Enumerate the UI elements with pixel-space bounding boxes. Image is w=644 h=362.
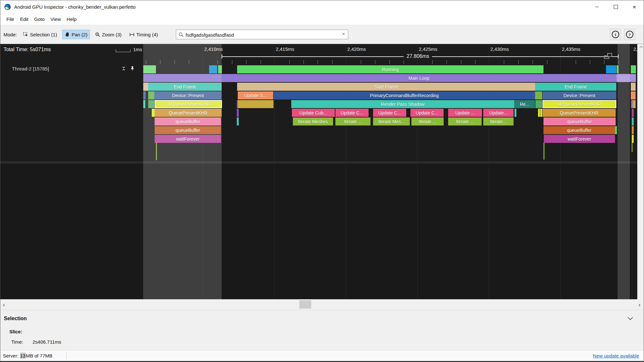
timeline-slice-sliver[interactable]	[633, 100, 636, 108]
app-window: Android GPU Inspector - chonky_bender_vu…	[0, 0, 644, 362]
window-title: Android GPU Inspector - chonky_bender_vu…	[14, 4, 136, 10]
maximize-button[interactable]	[606, 0, 625, 13]
timeline-slice[interactable]: Update Cub...	[292, 109, 335, 117]
minor-tick	[432, 60, 433, 64]
timeline-slice[interactable]: vkQueuePresentKHR	[543, 100, 616, 108]
close-button[interactable]: ×	[625, 0, 644, 13]
timeline-slice-sliver[interactable]	[632, 126, 634, 134]
server-label: Server:	[3, 353, 18, 358]
search-box: ×	[176, 30, 348, 39]
mode-selection-button[interactable]: Selection (1)	[20, 30, 60, 39]
timeline-slice-sliver[interactable]	[535, 100, 542, 108]
mode-timing-button[interactable]: Timing (4)	[127, 30, 160, 39]
timeline-slice-sliver[interactable]	[632, 109, 634, 117]
timeline-slice[interactable]: queueBuffer	[543, 117, 616, 125]
pin-icon[interactable]	[130, 66, 135, 72]
scrollbar-thumb[interactable]	[299, 300, 311, 309]
timeline-slice-sliver[interactable]	[237, 109, 239, 117]
timeline-slice-sliver[interactable]	[540, 109, 542, 117]
thread-header[interactable]: Thread-2 [15785]	[0, 63, 143, 74]
help-button[interactable]: ?	[624, 29, 635, 40]
timeline-slice[interactable]: queueBuffer	[543, 126, 615, 134]
timeline-slice[interactable]: Re...	[514, 100, 535, 108]
timeline-slice[interactable]: waitForever	[544, 135, 615, 143]
highlight-band	[618, 44, 630, 299]
mode-zoom-button[interactable]: Zoom (3)	[92, 30, 124, 39]
menu-view[interactable]: View	[48, 15, 64, 23]
timeline-slice[interactable]: Render Pass Shadow	[291, 100, 514, 108]
minor-tick	[590, 60, 590, 64]
timeline-slice[interactable]: QueuePresentKHR	[543, 109, 616, 117]
scroll-up-icon[interactable]	[639, 46, 643, 48]
search-clear-icon[interactable]: ×	[342, 31, 345, 37]
horizontal-scrollbar[interactable]: ‹ ›	[0, 299, 644, 310]
timeline-slice[interactable]: Update C...	[335, 109, 369, 117]
timeline-slice-sliver[interactable]	[632, 117, 634, 125]
timeline-empty-area	[0, 164, 637, 299]
minor-tick	[389, 60, 390, 64]
timeline-slice-sliver[interactable]	[514, 109, 516, 117]
timeline-slice-sliver[interactable]	[632, 135, 634, 143]
timeline-slice[interactable]: Update C...	[410, 109, 444, 117]
timeline-slice[interactable]: PrimaryCommandBufferRecording	[274, 91, 535, 99]
chevron-down-icon[interactable]	[627, 316, 633, 322]
mouse-cursor-icon	[603, 51, 616, 61]
mode-pan-button[interactable]: Pan (2)	[62, 30, 90, 39]
agi-logo-icon	[5, 4, 11, 10]
collapse-icon[interactable]	[121, 66, 126, 72]
info-icon: i	[612, 31, 619, 38]
timeline-slice-sliver[interactable]	[535, 91, 542, 99]
scroll-right-icon[interactable]: ›	[639, 299, 640, 310]
timeline-slice-sliver[interactable]	[238, 100, 274, 108]
highlight-band	[143, 44, 222, 299]
minor-tick	[303, 60, 304, 64]
scroll-left-icon[interactable]: ‹	[3, 299, 5, 310]
search-input[interactable]	[185, 30, 338, 39]
window-controls: ×	[588, 0, 644, 13]
timeline-slice[interactable]: Iterate Meshes	[293, 117, 333, 125]
timeline-slice[interactable]: Iterate Mes...	[373, 117, 410, 125]
timeline-slice-sliver[interactable]	[631, 83, 636, 91]
toolbar: Mode: Selection (1)Pan (2)Zoom (3)Timing…	[0, 25, 644, 44]
timeline-slice[interactable]: End Frame	[535, 83, 616, 91]
timeline-area[interactable]: Total Time: 5s071ms 1ms 2,410ms2,415ms2,…	[0, 44, 644, 299]
menu-help[interactable]: Help	[64, 15, 80, 23]
scale-label: 1ms	[133, 47, 142, 52]
timeline-slice[interactable]: Main Loop	[222, 74, 616, 82]
timeline-slice-sliver[interactable]	[631, 65, 636, 73]
timeline-slice[interactable]: Update...	[483, 109, 514, 117]
menu-file[interactable]: File	[4, 15, 17, 23]
timeline-slice[interactable]: Device::Present	[543, 91, 616, 99]
timeline-slice[interactable]: Update ...	[448, 109, 482, 117]
timeline-slice-sliver[interactable]	[631, 91, 636, 99]
timeline-slice[interactable]: Running	[237, 65, 543, 73]
time-tick-label: 2,430ms	[490, 46, 509, 52]
minor-tick	[318, 60, 318, 64]
minor-tick	[246, 60, 246, 64]
timeline-slice-sliver[interactable]	[615, 126, 617, 134]
timeline-slice-sliver[interactable]	[538, 109, 540, 117]
server-total: MB of 77MB	[26, 353, 53, 358]
timeline-slice[interactable]: Iterate ...	[411, 117, 444, 125]
minor-tick	[375, 60, 375, 64]
minimize-button[interactable]	[588, 0, 606, 13]
minor-tick	[576, 60, 576, 64]
timeline-slice[interactable]: Update S...	[238, 91, 273, 99]
menu-goto[interactable]: Goto	[31, 15, 48, 23]
minor-tick	[461, 60, 461, 64]
track-row: waitForeverwaitForever	[0, 135, 644, 143]
timeline-slice[interactable]: Update C...	[373, 109, 406, 117]
minor-tick	[404, 60, 404, 64]
update-link[interactable]: New update available	[593, 353, 639, 358]
vertical-scrollbar[interactable]	[637, 44, 644, 299]
track-row: QueuePresentKHRUpdate Cub...Update C...U…	[0, 109, 644, 117]
timeline-slice[interactable]: Iterate...	[483, 117, 514, 125]
timeline-slice-sliver[interactable]	[237, 117, 239, 125]
info-button[interactable]: i	[610, 29, 621, 40]
timeline-slice[interactable]: Start Frame	[237, 83, 535, 91]
timeline-slice[interactable]: Iterate ...	[448, 117, 482, 125]
timeline-slice[interactable]: Iterate ...	[335, 117, 370, 125]
timeline-slice-sliver[interactable]	[606, 65, 616, 73]
minor-tick	[447, 60, 447, 64]
menu-edit[interactable]: Edit	[17, 15, 31, 23]
